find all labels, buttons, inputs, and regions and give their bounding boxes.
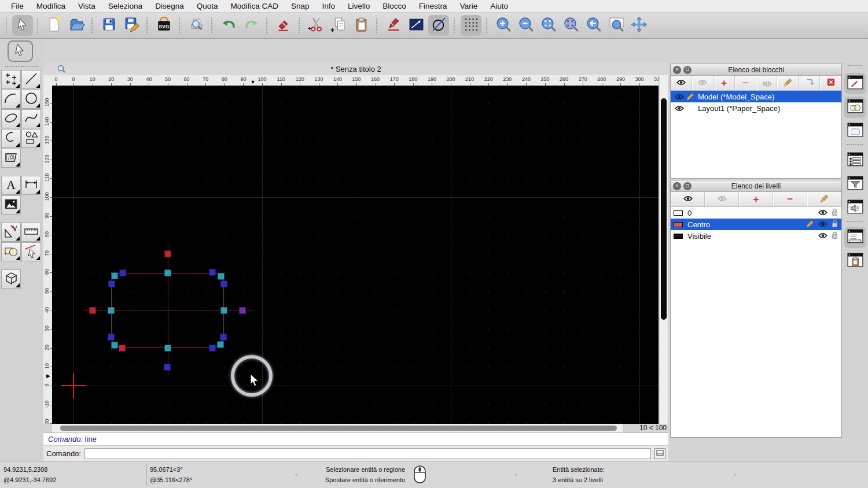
hatch-tool-button[interactable] — [1, 149, 21, 168]
grip-handle[interactable] — [209, 345, 216, 352]
dock-filter-toggle-button[interactable] — [844, 173, 866, 195]
dimension-tool-button[interactable] — [21, 176, 41, 195]
toolbar-drag-handle[interactable] — [6, 18, 8, 33]
menu-info[interactable]: Info — [316, 2, 342, 10]
print-preview-button[interactable] — [186, 15, 207, 36]
toolbar-drag-handle[interactable] — [5, 66, 38, 67]
menu-varie[interactable]: Varie — [454, 2, 484, 10]
horizontal-scrollbar[interactable] — [52, 424, 634, 432]
eye-icon[interactable] — [818, 232, 827, 241]
polyline-tool-button[interactable] — [1, 129, 21, 148]
delete-button[interactable] — [273, 15, 294, 36]
zoom-in-button[interactable] — [493, 15, 514, 36]
line-tool-button[interactable] — [21, 70, 41, 89]
zoom-selection-button[interactable] — [561, 15, 582, 36]
line-angle-button[interactable] — [406, 15, 426, 36]
open-file-button[interactable] — [66, 15, 87, 36]
detach-icon[interactable] — [683, 66, 692, 74]
arc-tool-button[interactable] — [1, 90, 21, 109]
dock-layers-toggle-button[interactable] — [844, 73, 866, 94]
blocks-plus-button[interactable]: + — [713, 76, 735, 90]
eye-icon[interactable] — [818, 209, 827, 217]
cut-button[interactable] — [306, 15, 326, 36]
block-row[interactable]: Model (*Model_Space) — [671, 91, 841, 102]
layer-row[interactable]: Visibile — [671, 230, 841, 242]
menu-livello[interactable]: Livello — [341, 2, 376, 10]
close-icon[interactable]: × — [673, 66, 681, 74]
zoom-auto-button[interactable] — [538, 15, 559, 36]
layers-eye-button[interactable] — [671, 192, 705, 206]
horizontal-scrollbar-thumb[interactable] — [60, 426, 617, 431]
save-as-button[interactable] — [121, 15, 142, 36]
zoom-out-button[interactable] — [516, 15, 536, 36]
ellipse-tool-button[interactable] — [1, 109, 21, 128]
snap-grid-button[interactable] — [461, 15, 481, 36]
grip-handle[interactable] — [112, 273, 118, 279]
blocks-minus-light-button[interactable]: − — [735, 76, 756, 90]
menu-disegna[interactable]: Disegna — [149, 2, 190, 10]
draw-pencil-button[interactable] — [383, 15, 404, 36]
grip-handle[interactable] — [164, 364, 171, 371]
text-tool-button[interactable]: A — [1, 176, 21, 195]
eye-icon[interactable] — [674, 105, 685, 112]
svg-export-button[interactable]: SVG — [153, 15, 174, 36]
undo-button[interactable] — [218, 15, 239, 36]
menu-modifica-cad[interactable]: Modifica CAD — [224, 2, 285, 10]
command-input[interactable] — [84, 448, 651, 459]
grip-handle[interactable] — [120, 270, 126, 276]
grip-handle[interactable] — [165, 251, 171, 257]
eye-icon[interactable] — [674, 94, 685, 100]
dock-list-toggle-button[interactable] — [844, 150, 866, 171]
grip-handle[interactable] — [221, 308, 227, 314]
drawing-canvas[interactable] — [52, 86, 659, 424]
select-arrow-button[interactable] — [12, 15, 33, 36]
grip-handle[interactable] — [165, 345, 171, 352]
blocks-x-red-button[interactable] — [820, 76, 841, 90]
image-tool-button[interactable] — [1, 195, 21, 215]
toolbar-drag-handle[interactable] — [848, 65, 862, 66]
grip-handle[interactable] — [119, 345, 126, 352]
grip-handle[interactable] — [108, 308, 115, 314]
grip-handle[interactable] — [220, 334, 227, 341]
blocks-arrow-blue-button[interactable] — [799, 76, 820, 90]
layer-row[interactable]: 0 — [671, 207, 841, 219]
save-button[interactable] — [98, 15, 119, 36]
box3d-tool-button[interactable] — [1, 269, 21, 289]
menu-vista[interactable]: Vista — [72, 2, 102, 10]
menu-file[interactable]: File — [5, 2, 30, 10]
grip-handle[interactable] — [221, 281, 227, 287]
lock-icon[interactable] — [832, 208, 838, 218]
redo-button[interactable] — [241, 15, 262, 36]
new-file-button[interactable] — [43, 15, 64, 36]
vertical-scrollbar[interactable] — [660, 75, 668, 424]
measure-tool-button[interactable] — [21, 223, 41, 242]
lock-icon[interactable] — [832, 220, 838, 230]
grip-handle[interactable] — [218, 342, 224, 348]
menu-modifica[interactable]: Modifica — [30, 2, 72, 10]
menu-quota[interactable]: Quota — [190, 2, 225, 10]
grip-handle[interactable] — [112, 342, 118, 349]
edit-entity-tool-button[interactable] — [21, 242, 41, 261]
paste-button[interactable] — [351, 15, 372, 36]
blocks-pencil-button[interactable] — [777, 76, 799, 90]
command-options-button[interactable] — [654, 448, 665, 459]
modify-tools-tool-button[interactable] — [1, 223, 21, 242]
layers-eye-gray-button[interactable] — [705, 192, 739, 206]
toolbar-drag-handle[interactable] — [37, 18, 39, 33]
menu-seleziona[interactable]: Seleziona — [102, 2, 149, 10]
zoom-pan-button[interactable] — [628, 15, 649, 36]
grip-handle[interactable] — [90, 308, 96, 314]
zoom-window-button[interactable] — [606, 15, 627, 36]
blocks-eye-button[interactable] — [671, 76, 692, 90]
circle-tool-button[interactable] — [21, 90, 41, 109]
close-icon[interactable]: × — [673, 182, 681, 190]
layers-pencil-button[interactable] — [807, 192, 841, 206]
grip-handle[interactable] — [165, 270, 171, 276]
grip-handle[interactable] — [240, 308, 246, 314]
layers-minus-button[interactable]: − — [773, 192, 807, 206]
grip-handle[interactable] — [209, 269, 216, 276]
dock-blocks-toggle-button[interactable] — [844, 97, 866, 118]
dock-command-toggle-button[interactable] — [844, 227, 866, 248]
grip-handle[interactable] — [108, 334, 115, 341]
menu-finestra[interactable]: Finestra — [413, 2, 454, 10]
